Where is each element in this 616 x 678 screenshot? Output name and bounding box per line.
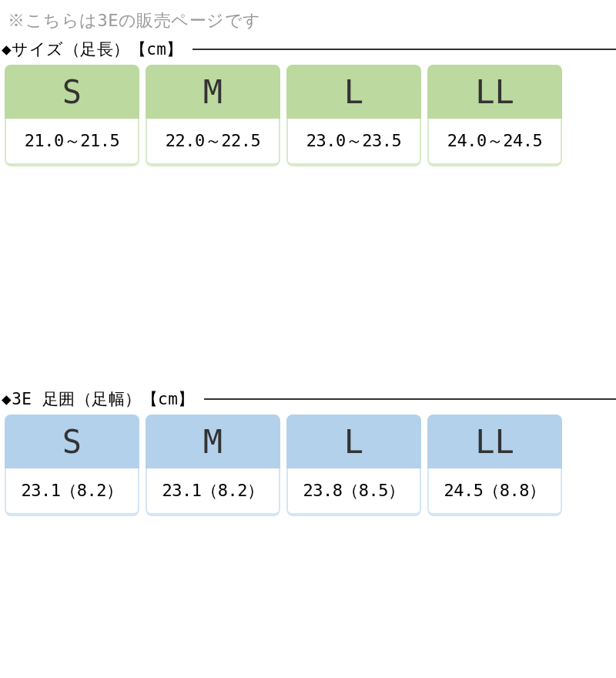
divider-line-icon xyxy=(192,49,616,50)
girth-label: LL xyxy=(427,415,562,468)
girth-card: L 23.8（8.5） xyxy=(286,415,421,516)
section-heading: ◆3E 足囲（足幅）【cm】 xyxy=(0,388,195,410)
girth-value: 23.1（8.2） xyxy=(146,468,280,516)
girth-card: S 23.1（8.2） xyxy=(5,415,139,516)
size-value: 23.0～23.5 xyxy=(286,119,421,166)
size-card: S 21.0～21.5 xyxy=(5,65,139,166)
size-value: 21.0～21.5 xyxy=(5,119,139,166)
girth-value: 23.8（8.5） xyxy=(286,468,421,516)
girth-cards: S 23.1（8.2） M 23.1（8.2） L 23.8（8.5） LL 2… xyxy=(0,415,616,516)
size-value: 22.0～22.5 xyxy=(146,119,280,166)
size-cards: S 21.0～21.5 M 22.0～22.5 L 23.0～23.5 LL 2… xyxy=(0,65,616,166)
foot-girth-section: ◆3E 足囲（足幅）【cm】 S 23.1（8.2） M 23.1（8.2） L… xyxy=(0,388,616,516)
page-notice: ※こちらは3Eの販売ページです xyxy=(0,0,616,39)
size-label: M xyxy=(146,65,280,119)
size-card: LL 24.0～24.5 xyxy=(427,65,562,166)
size-length-section: ◆サイズ（足長）【cm】 S 21.0～21.5 M 22.0～22.5 L 2… xyxy=(0,39,616,166)
size-card: L 23.0～23.5 xyxy=(286,65,421,166)
section-heading-row: ◆サイズ（足長）【cm】 xyxy=(0,39,616,65)
divider-line-icon xyxy=(204,398,616,400)
size-value: 24.0～24.5 xyxy=(427,119,562,166)
girth-label: L xyxy=(286,415,421,468)
girth-value: 24.5（8.8） xyxy=(427,468,562,516)
size-card: M 22.0～22.5 xyxy=(146,65,280,166)
girth-card: LL 24.5（8.8） xyxy=(427,415,562,516)
size-label: S xyxy=(5,65,139,119)
size-label: LL xyxy=(427,65,562,119)
girth-value: 23.1（8.2） xyxy=(5,468,139,516)
size-label: L xyxy=(286,65,421,119)
girth-card: M 23.1（8.2） xyxy=(146,415,280,516)
section-heading-row: ◆3E 足囲（足幅）【cm】 xyxy=(0,388,616,415)
girth-label: M xyxy=(146,415,280,468)
section-heading: ◆サイズ（足長）【cm】 xyxy=(0,39,183,60)
girth-label: S xyxy=(5,415,139,468)
